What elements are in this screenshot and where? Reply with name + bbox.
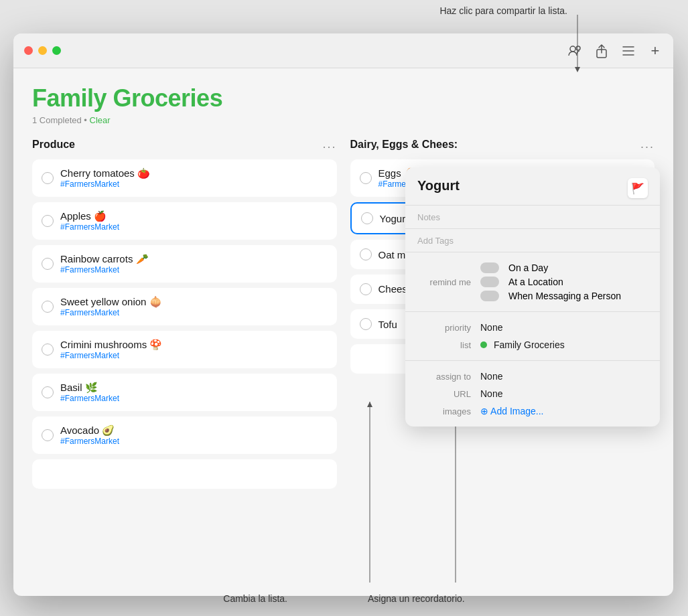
toggle-on-day[interactable] — [480, 262, 499, 273]
list-item[interactable]: Rainbow carrots 🥕 #FarmersMarket — [32, 245, 337, 283]
toolbar-right: + — [567, 44, 663, 58]
list-item[interactable]: Apples 🍎 #FarmersMarket — [32, 202, 337, 240]
item-checkbox[interactable] — [42, 301, 54, 313]
completed-bar: 1 Completed • Clear — [32, 115, 655, 125]
produce-column: Produce ... Cherry tomatoes 🍅 #FarmersMa… — [32, 137, 337, 494]
svg-point-6 — [570, 46, 575, 52]
item-checkbox[interactable] — [42, 429, 54, 441]
toggle-messaging[interactable] — [480, 291, 499, 301]
page-title: Family Groceries — [32, 84, 655, 112]
assign-section: assign to None URL None images ⊕ Add Ima… — [405, 360, 660, 427]
list-dot — [480, 341, 487, 348]
detail-title: Yogurt — [417, 178, 460, 194]
list-item[interactable]: Basil 🌿 #FarmersMarket — [32, 374, 337, 411]
remind-section: remind me On a Day At a Location When — [405, 252, 660, 311]
list-item[interactable]: Sweet yellow onion 🧅 #FarmersMarket — [32, 288, 337, 325]
remind-option-1[interactable]: On a Day — [480, 262, 648, 273]
priority-row[interactable]: priority None — [417, 319, 648, 336]
remind-row: remind me On a Day At a Location When — [417, 259, 648, 305]
maximize-button[interactable] — [52, 46, 61, 55]
item-checkbox[interactable] — [42, 386, 54, 398]
remind-option-3[interactable]: When Messaging a Person — [480, 291, 648, 301]
list-view-icon[interactable] — [621, 44, 636, 58]
annotation-change-list: Cambia la lista. — [223, 593, 287, 604]
detail-popup: Yogurt 🚩 Notes Add Tags remind me On a D… — [405, 167, 660, 427]
item-checkbox[interactable] — [42, 258, 54, 270]
produce-title: Produce — [32, 139, 75, 151]
item-checkbox[interactable] — [360, 248, 372, 260]
remind-option-2[interactable]: At a Location — [480, 277, 648, 287]
produce-more[interactable]: ... — [322, 137, 336, 151]
add-image-button[interactable]: ⊕ Add Image... — [480, 406, 648, 416]
list-item[interactable]: Crimini mushrooms 🍄 #FarmersMarket — [32, 331, 337, 368]
top-annotation: Haz clic para compartir la lista. — [439, 5, 567, 16]
list-item[interactable]: Avocado 🥑 #FarmersMarket — [32, 416, 337, 454]
add-icon[interactable]: + — [648, 44, 663, 58]
close-button[interactable] — [24, 46, 33, 55]
tags-field[interactable]: Add Tags — [405, 228, 660, 252]
bottom-annotations: Cambia la lista. Asigna un recordatorio. — [0, 593, 688, 604]
collaborate-icon[interactable] — [567, 44, 582, 58]
item-checkbox[interactable] — [42, 343, 54, 356]
list-row[interactable]: list Family Groceries — [417, 336, 648, 354]
list-item[interactable]: Cherry tomatoes 🍅 #FarmersMarket — [32, 159, 337, 197]
item-checkbox[interactable] — [360, 283, 372, 295]
traffic-lights — [24, 46, 61, 55]
item-checkbox[interactable] — [360, 172, 372, 184]
notes-field[interactable]: Notes — [405, 205, 660, 228]
title-bar: + — [13, 33, 673, 68]
app-window: + Family Groceries 1 Completed • Clear P… — [13, 33, 673, 596]
images-row[interactable]: images ⊕ Add Image... — [417, 402, 648, 420]
dairy-more[interactable]: ... — [640, 137, 655, 151]
item-checkbox[interactable] — [361, 212, 373, 224]
item-checkbox[interactable] — [42, 215, 54, 227]
svg-point-7 — [576, 46, 580, 50]
url-row[interactable]: URL None — [417, 385, 648, 402]
share-icon[interactable] — [594, 44, 609, 58]
priority-section: priority None list Family Groceries — [405, 311, 660, 360]
toggle-location[interactable] — [480, 277, 499, 287]
item-checkbox[interactable] — [42, 172, 54, 184]
minimize-button[interactable] — [38, 46, 47, 55]
flag-button[interactable]: 🚩 — [628, 178, 648, 198]
clear-button[interactable]: Clear — [90, 115, 111, 125]
dairy-title: Dairy, Eggs & Chees: — [350, 139, 458, 151]
annotation-assign-reminder: Asigna un recordatorio. — [368, 593, 465, 604]
main-content: Family Groceries 1 Completed • Clear Pro… — [13, 68, 673, 596]
produce-header: Produce ... — [32, 137, 337, 151]
assign-row[interactable]: assign to None — [417, 368, 648, 385]
detail-header: Yogurt 🚩 — [405, 167, 660, 205]
add-item-row[interactable] — [32, 459, 337, 489]
item-checkbox[interactable] — [360, 318, 372, 330]
dairy-header: Dairy, Eggs & Chees: ... — [350, 137, 655, 151]
